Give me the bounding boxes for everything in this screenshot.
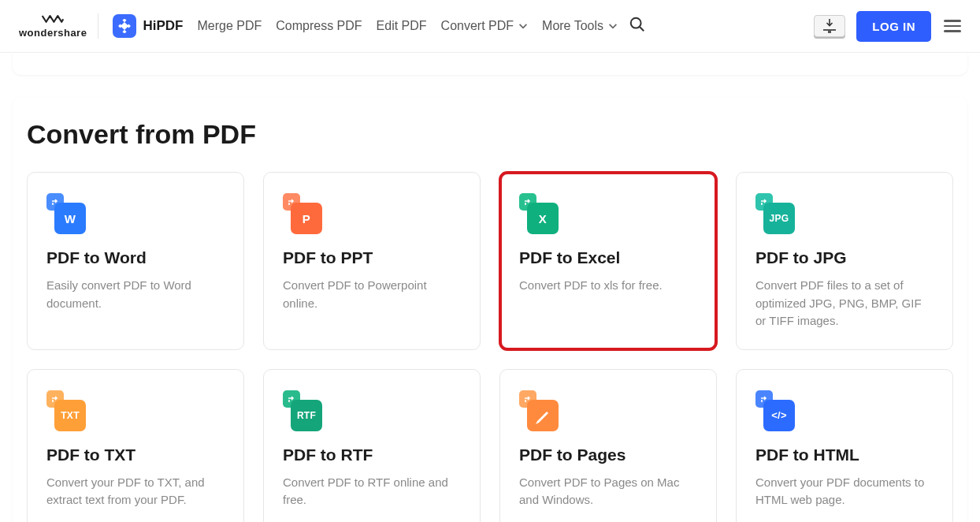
icon-letter: X	[539, 212, 547, 226]
card-title: PDF to Pages	[519, 446, 697, 464]
card-pdf-to-ppt[interactable]: P PDF to PPT Convert PDF to Powerpoint o…	[263, 172, 481, 350]
card-title: PDF to PPT	[283, 248, 461, 267]
top-header: wondershare HiPDF Merge PDF Compress PDF…	[0, 0, 980, 53]
card-description: Convert PDF to xls for free.	[519, 277, 697, 295]
card-title: PDF to Excel	[519, 248, 697, 267]
svg-point-5	[631, 18, 641, 28]
card-title: PDF to HTML	[755, 446, 934, 464]
download-desktop-button[interactable]	[814, 15, 845, 37]
main-nav: Merge PDF Compress PDF Edit PDF Convert …	[197, 19, 618, 33]
header-divider	[98, 13, 98, 39]
card-title: PDF to Word	[46, 248, 225, 267]
convert-from-pdf-section: Convert from PDF W PDF to Word Easily co…	[13, 97, 967, 522]
hipdf-icon	[113, 14, 136, 38]
nav-label: Compress PDF	[276, 19, 362, 33]
card-description: Convert your PDF documents to HTML web p…	[755, 474, 934, 509]
nav-label: Edit PDF	[377, 19, 427, 33]
search-button[interactable]	[629, 16, 646, 36]
svg-rect-7	[823, 29, 836, 31]
card-description: Convert PDF to RTF online and free.	[283, 474, 461, 509]
wondershare-icon	[42, 14, 64, 25]
card-pdf-to-pages[interactable]: PDF to Pages Convert PDF to Pages on Mac…	[499, 369, 717, 523]
pdf-to-ppt-icon: P	[283, 193, 322, 234]
nav-edit-pdf[interactable]: Edit PDF	[377, 19, 427, 33]
card-pdf-to-rtf[interactable]: RTF PDF to RTF Convert PDF to RTF online…	[263, 369, 481, 523]
icon-letter: TXT	[61, 410, 80, 421]
nav-label: Merge PDF	[197, 19, 262, 33]
card-pdf-to-excel[interactable]: X PDF to Excel Convert PDF to xls for fr…	[499, 172, 717, 350]
nav-label: Convert PDF	[441, 19, 514, 33]
pdf-to-pages-icon	[519, 390, 559, 431]
svg-rect-4	[121, 22, 128, 30]
pdf-to-html-icon: </>	[755, 390, 795, 431]
download-icon	[824, 18, 835, 29]
card-pdf-to-html[interactable]: </> PDF to HTML Convert your PDF documen…	[736, 369, 953, 523]
menu-button[interactable]	[944, 20, 961, 32]
card-description: Convert PDF to Pages on Mac and Windows.	[519, 474, 697, 509]
svg-rect-0	[123, 19, 127, 22]
card-title: PDF to RTF	[283, 446, 461, 464]
card-description: Convert PDF to Powerpoint online.	[283, 277, 461, 312]
previous-section-edge	[13, 53, 967, 75]
chevron-down-icon	[518, 24, 528, 29]
svg-rect-3	[123, 30, 127, 33]
pdf-to-txt-icon: TXT	[46, 390, 86, 431]
wondershare-logo[interactable]: wondershare	[19, 14, 87, 39]
icon-letter: JPG	[770, 213, 789, 224]
hamburger-icon	[944, 20, 961, 22]
nav-convert-pdf[interactable]: Convert PDF	[441, 19, 528, 33]
brand-hipdf[interactable]: HiPDF	[113, 14, 183, 38]
icon-letter: P	[303, 212, 310, 226]
card-title: PDF to TXT	[46, 446, 225, 464]
card-pdf-to-jpg[interactable]: JPG PDF to JPG Convert PDF files to a se…	[736, 172, 953, 350]
nav-label: More Tools	[542, 19, 603, 33]
nav-more-tools[interactable]: More Tools	[542, 19, 618, 33]
icon-letter: W	[65, 212, 76, 226]
svg-rect-8	[828, 31, 831, 33]
section-title: Convert from PDF	[27, 119, 953, 150]
pdf-to-rtf-icon: RTF	[283, 390, 322, 431]
tool-cards-grGrid: W PDF to Word Easily convert PDF to Word…	[27, 172, 953, 522]
card-title: PDF to JPG	[755, 248, 934, 267]
icon-letter: </>	[771, 409, 787, 421]
page-content: Convert from PDF W PDF to Word Easily co…	[0, 53, 980, 522]
svg-line-6	[640, 27, 644, 31]
nav-merge-pdf[interactable]: Merge PDF	[197, 19, 262, 33]
chevron-down-icon	[608, 24, 618, 29]
card-pdf-to-word[interactable]: W PDF to Word Easily convert PDF to Word…	[27, 172, 244, 350]
pdf-to-jpg-icon: JPG	[755, 193, 795, 234]
card-description: Easily convert PDF to Word document.	[46, 277, 225, 312]
pdf-to-word-icon: W	[46, 193, 86, 234]
icon-letter: RTF	[297, 410, 316, 421]
pdf-to-excel-icon: X	[519, 193, 559, 234]
monitor-icon	[822, 29, 837, 34]
wondershare-text: wondershare	[19, 27, 87, 39]
pen-icon	[534, 407, 551, 424]
brand-name: HiPDF	[143, 18, 183, 34]
search-icon	[629, 16, 646, 33]
nav-compress-pdf[interactable]: Compress PDF	[276, 19, 362, 33]
card-description: Convert PDF files to a set of optimized …	[755, 277, 934, 330]
card-description: Convert your PDF to TXT, and extract tex…	[46, 474, 225, 509]
card-pdf-to-txt[interactable]: TXT PDF to TXT Convert your PDF to TXT, …	[27, 369, 244, 523]
login-button[interactable]: LOG IN	[856, 11, 931, 42]
